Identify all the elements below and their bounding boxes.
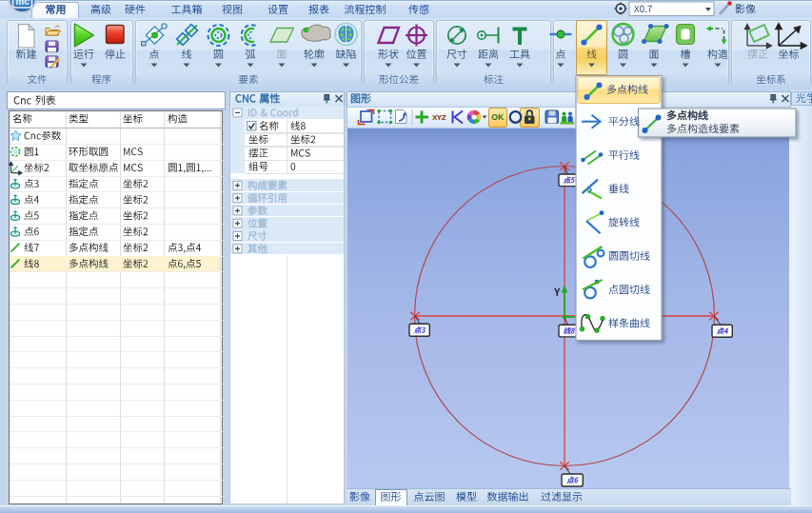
svg-text:mc: mc <box>15 0 30 7</box>
svg-text:XYZ: XYZ <box>432 113 446 122</box>
svg-text:OK: OK <box>491 112 505 122</box>
